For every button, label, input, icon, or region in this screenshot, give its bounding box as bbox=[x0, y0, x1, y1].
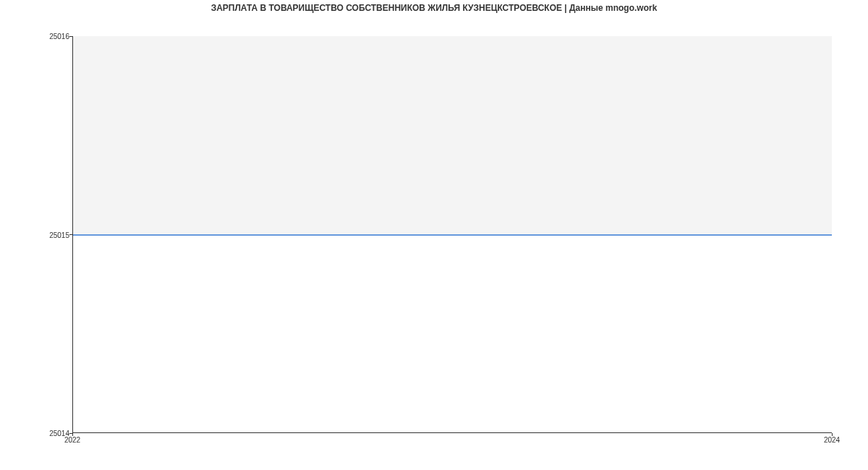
x-tick-mark bbox=[832, 433, 833, 436]
shaded-area bbox=[73, 36, 832, 235]
chart-title: ЗАРПЛАТА В ТОВАРИЩЕСТВО СОБСТВЕННИКОВ ЖИ… bbox=[0, 3, 868, 13]
y-tick-label: 25016 bbox=[49, 33, 69, 40]
y-tick-label: 25015 bbox=[49, 231, 69, 239]
x-tick-mark bbox=[72, 433, 73, 436]
chart-container: ЗАРПЛАТА В ТОВАРИЩЕСТВО СОБСТВЕННИКОВ ЖИ… bbox=[0, 0, 868, 470]
data-line bbox=[73, 234, 832, 236]
x-tick-label: 2022 bbox=[64, 436, 80, 444]
x-tick-label: 2024 bbox=[824, 436, 840, 444]
plot-area bbox=[72, 36, 832, 433]
